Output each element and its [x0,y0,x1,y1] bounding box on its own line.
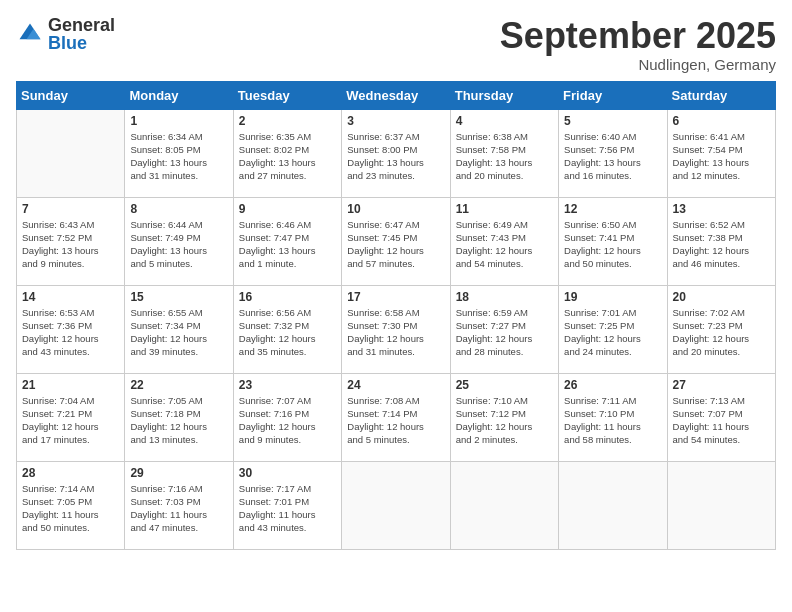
day-info: Sunrise: 7:16 AMSunset: 7:03 PMDaylight:… [130,482,227,535]
day-info: Sunrise: 6:52 AMSunset: 7:38 PMDaylight:… [673,218,770,271]
day-number: 17 [347,290,444,304]
day-number: 8 [130,202,227,216]
day-info: Sunrise: 7:02 AMSunset: 7:23 PMDaylight:… [673,306,770,359]
day-info: Sunrise: 6:46 AMSunset: 7:47 PMDaylight:… [239,218,336,271]
calendar-cell [559,461,667,549]
calendar-cell: 9Sunrise: 6:46 AMSunset: 7:47 PMDaylight… [233,197,341,285]
day-info: Sunrise: 6:35 AMSunset: 8:02 PMDaylight:… [239,130,336,183]
calendar-week-row: 1Sunrise: 6:34 AMSunset: 8:05 PMDaylight… [17,109,776,197]
calendar-cell: 3Sunrise: 6:37 AMSunset: 8:00 PMDaylight… [342,109,450,197]
day-number: 26 [564,378,661,392]
day-info: Sunrise: 6:41 AMSunset: 7:54 PMDaylight:… [673,130,770,183]
logo-icon [16,20,44,48]
day-number: 15 [130,290,227,304]
calendar-cell: 23Sunrise: 7:07 AMSunset: 7:16 PMDayligh… [233,373,341,461]
calendar-cell [450,461,558,549]
month-title: September 2025 [500,16,776,56]
day-number: 6 [673,114,770,128]
calendar-cell: 1Sunrise: 6:34 AMSunset: 8:05 PMDaylight… [125,109,233,197]
calendar-cell [17,109,125,197]
day-info: Sunrise: 7:10 AMSunset: 7:12 PMDaylight:… [456,394,553,447]
day-info: Sunrise: 6:44 AMSunset: 7:49 PMDaylight:… [130,218,227,271]
calendar-cell: 11Sunrise: 6:49 AMSunset: 7:43 PMDayligh… [450,197,558,285]
day-info: Sunrise: 7:04 AMSunset: 7:21 PMDaylight:… [22,394,119,447]
day-number: 4 [456,114,553,128]
calendar-cell: 6Sunrise: 6:41 AMSunset: 7:54 PMDaylight… [667,109,775,197]
calendar-cell: 13Sunrise: 6:52 AMSunset: 7:38 PMDayligh… [667,197,775,285]
calendar-cell: 25Sunrise: 7:10 AMSunset: 7:12 PMDayligh… [450,373,558,461]
calendar-week-row: 28Sunrise: 7:14 AMSunset: 7:05 PMDayligh… [17,461,776,549]
day-number: 27 [673,378,770,392]
day-info: Sunrise: 6:50 AMSunset: 7:41 PMDaylight:… [564,218,661,271]
day-info: Sunrise: 6:43 AMSunset: 7:52 PMDaylight:… [22,218,119,271]
logo-general-text: General [48,16,115,34]
calendar-table: SundayMondayTuesdayWednesdayThursdayFrid… [16,81,776,550]
calendar-cell: 21Sunrise: 7:04 AMSunset: 7:21 PMDayligh… [17,373,125,461]
weekday-header: Wednesday [342,81,450,109]
calendar-cell: 2Sunrise: 6:35 AMSunset: 8:02 PMDaylight… [233,109,341,197]
calendar-header-row: SundayMondayTuesdayWednesdayThursdayFrid… [17,81,776,109]
day-info: Sunrise: 7:13 AMSunset: 7:07 PMDaylight:… [673,394,770,447]
calendar-cell: 19Sunrise: 7:01 AMSunset: 7:25 PMDayligh… [559,285,667,373]
weekday-header: Tuesday [233,81,341,109]
day-info: Sunrise: 6:49 AMSunset: 7:43 PMDaylight:… [456,218,553,271]
calendar-cell: 17Sunrise: 6:58 AMSunset: 7:30 PMDayligh… [342,285,450,373]
title-area: September 2025 Nudlingen, Germany [500,16,776,73]
calendar-cell: 26Sunrise: 7:11 AMSunset: 7:10 PMDayligh… [559,373,667,461]
calendar-week-row: 14Sunrise: 6:53 AMSunset: 7:36 PMDayligh… [17,285,776,373]
day-number: 22 [130,378,227,392]
day-number: 10 [347,202,444,216]
calendar-cell [667,461,775,549]
calendar-cell: 14Sunrise: 6:53 AMSunset: 7:36 PMDayligh… [17,285,125,373]
day-number: 20 [673,290,770,304]
calendar-cell: 5Sunrise: 6:40 AMSunset: 7:56 PMDaylight… [559,109,667,197]
day-number: 21 [22,378,119,392]
calendar-cell: 20Sunrise: 7:02 AMSunset: 7:23 PMDayligh… [667,285,775,373]
day-number: 13 [673,202,770,216]
calendar-cell: 29Sunrise: 7:16 AMSunset: 7:03 PMDayligh… [125,461,233,549]
page-header: General Blue September 2025 Nudlingen, G… [16,16,776,73]
weekday-header: Thursday [450,81,558,109]
day-number: 7 [22,202,119,216]
day-info: Sunrise: 6:56 AMSunset: 7:32 PMDaylight:… [239,306,336,359]
logo: General Blue [16,16,115,52]
day-number: 25 [456,378,553,392]
day-info: Sunrise: 6:34 AMSunset: 8:05 PMDaylight:… [130,130,227,183]
day-info: Sunrise: 7:07 AMSunset: 7:16 PMDaylight:… [239,394,336,447]
logo-text: General Blue [48,16,115,52]
calendar-cell: 15Sunrise: 6:55 AMSunset: 7:34 PMDayligh… [125,285,233,373]
day-number: 12 [564,202,661,216]
day-info: Sunrise: 7:14 AMSunset: 7:05 PMDaylight:… [22,482,119,535]
day-number: 11 [456,202,553,216]
logo-blue-text: Blue [48,34,115,52]
day-number: 5 [564,114,661,128]
calendar-cell: 18Sunrise: 6:59 AMSunset: 7:27 PMDayligh… [450,285,558,373]
location-text: Nudlingen, Germany [500,56,776,73]
calendar-cell: 28Sunrise: 7:14 AMSunset: 7:05 PMDayligh… [17,461,125,549]
day-info: Sunrise: 6:58 AMSunset: 7:30 PMDaylight:… [347,306,444,359]
calendar-cell: 4Sunrise: 6:38 AMSunset: 7:58 PMDaylight… [450,109,558,197]
weekday-header: Saturday [667,81,775,109]
day-info: Sunrise: 7:01 AMSunset: 7:25 PMDaylight:… [564,306,661,359]
day-info: Sunrise: 6:47 AMSunset: 7:45 PMDaylight:… [347,218,444,271]
day-info: Sunrise: 7:17 AMSunset: 7:01 PMDaylight:… [239,482,336,535]
day-number: 18 [456,290,553,304]
day-number: 28 [22,466,119,480]
day-info: Sunrise: 7:11 AMSunset: 7:10 PMDaylight:… [564,394,661,447]
weekday-header: Sunday [17,81,125,109]
calendar-cell: 10Sunrise: 6:47 AMSunset: 7:45 PMDayligh… [342,197,450,285]
day-info: Sunrise: 6:40 AMSunset: 7:56 PMDaylight:… [564,130,661,183]
day-number: 19 [564,290,661,304]
calendar-cell: 30Sunrise: 7:17 AMSunset: 7:01 PMDayligh… [233,461,341,549]
day-number: 30 [239,466,336,480]
day-info: Sunrise: 6:55 AMSunset: 7:34 PMDaylight:… [130,306,227,359]
weekday-header: Monday [125,81,233,109]
day-info: Sunrise: 7:05 AMSunset: 7:18 PMDaylight:… [130,394,227,447]
day-number: 1 [130,114,227,128]
day-info: Sunrise: 6:38 AMSunset: 7:58 PMDaylight:… [456,130,553,183]
day-number: 9 [239,202,336,216]
day-info: Sunrise: 7:08 AMSunset: 7:14 PMDaylight:… [347,394,444,447]
calendar-cell: 27Sunrise: 7:13 AMSunset: 7:07 PMDayligh… [667,373,775,461]
calendar-cell: 8Sunrise: 6:44 AMSunset: 7:49 PMDaylight… [125,197,233,285]
day-number: 24 [347,378,444,392]
